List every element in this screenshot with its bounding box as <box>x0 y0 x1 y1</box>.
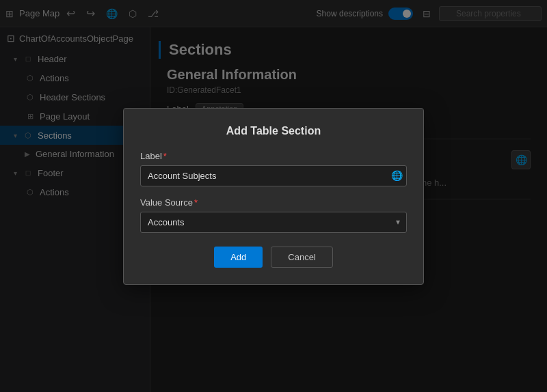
add-table-section-modal: Add Table Section Label* 🌐 Value Source*… <box>123 108 424 285</box>
value-source-select[interactable]: Accounts LineItems Other <box>140 212 407 233</box>
cancel-button[interactable]: Cancel <box>271 247 332 268</box>
label-field-label: Label* <box>140 151 407 161</box>
modal-actions: Add Cancel <box>140 247 407 268</box>
value-source-form-group: Value Source* Accounts LineItems Other ▾ <box>140 197 407 233</box>
label-form-group: Label* 🌐 <box>140 151 407 186</box>
modal-overlay: Add Table Section Label* 🌐 Value Source*… <box>0 0 547 392</box>
value-source-field-label: Value Source* <box>140 197 407 208</box>
label-globe-icon[interactable]: 🌐 <box>391 170 403 181</box>
label-input[interactable] <box>140 165 407 186</box>
add-button[interactable]: Add <box>214 247 263 268</box>
label-required-star: * <box>163 151 167 161</box>
label-input-wrapper: 🌐 <box>140 165 407 186</box>
value-source-select-wrapper: Accounts LineItems Other ▾ <box>140 212 407 233</box>
modal-title: Add Table Section <box>140 125 407 137</box>
value-source-required-star: * <box>194 197 198 208</box>
